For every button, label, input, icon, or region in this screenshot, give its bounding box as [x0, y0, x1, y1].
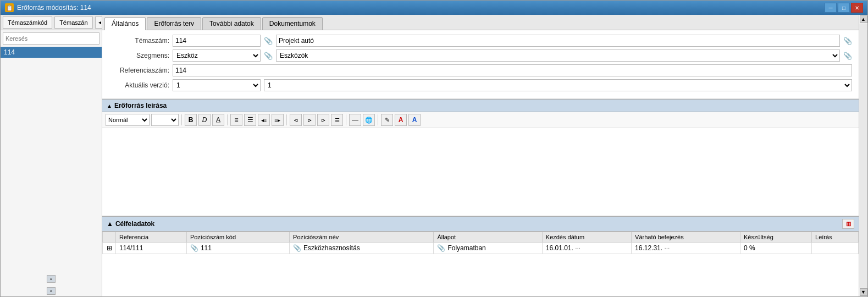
- tab-tovabbi-adatok[interactable]: További adatok: [202, 17, 261, 30]
- scroll-up-button[interactable]: ▲: [860, 15, 867, 23]
- tab-dokumentumok[interactable]: Dokumentumok: [262, 17, 323, 30]
- tab-altalanos[interactable]: Általános: [104, 17, 146, 30]
- col-poz-nev: Pozíciószám név: [290, 232, 434, 243]
- aktualis-verzio-right-select[interactable]: 1: [264, 79, 852, 91]
- erforras-leirasa-title: ▲ Erőforrás leírása: [107, 102, 167, 109]
- szegmens-select[interactable]: Eszköz: [173, 50, 261, 62]
- list-ol-button[interactable]: ☰: [244, 114, 256, 126]
- align-center-button[interactable]: ⊳: [303, 114, 316, 126]
- erforras-leirasa-header[interactable]: ▲ Erőforrás leírása: [102, 99, 859, 112]
- temaszamkod-button[interactable]: Témaszámkód: [3, 16, 52, 29]
- indent-inc-button[interactable]: ≡▸: [272, 114, 284, 126]
- row-kezdes: 16.01.01. ···: [542, 243, 631, 254]
- aktualis-verzio-select[interactable]: 1: [173, 79, 261, 91]
- referenciaszam-input[interactable]: [173, 64, 852, 76]
- bold-button[interactable]: B: [185, 114, 197, 126]
- celfeladatok-add-button[interactable]: ⊞: [842, 219, 854, 229]
- right-scrollbar: ▲ ▼: [859, 15, 867, 296]
- scroll-track: [859, 24, 867, 288]
- col-ref-val: Referencia: [116, 232, 187, 243]
- divider-1: [181, 114, 182, 125]
- referenciaszam-row: Referenciaszám:: [109, 64, 852, 76]
- row-keszultseg: 0 %: [740, 243, 812, 254]
- style-select[interactable]: Normál: [106, 114, 150, 126]
- celfeladatok-header[interactable]: ▲ Célfeladatok ⊞: [102, 216, 859, 232]
- collapse-down-btn[interactable]: »: [47, 287, 56, 295]
- col-leiras: Leírás: [812, 232, 859, 243]
- table-row[interactable]: ⊞ 114/111 📎111 📎Eszközhasznosítás: [103, 243, 859, 254]
- col-kezdes: Kezdés dátum: [542, 232, 631, 243]
- row-poz-nev: 📎Eszközhasznosítás: [290, 243, 434, 254]
- collapse-icon: ▲: [107, 103, 112, 109]
- col-keszultseg: Készültség: [740, 232, 812, 243]
- sidebar: Témaszámkód Témaszán ◂ ▸ 114 « »: [1, 15, 102, 296]
- table-container: Referencia Pozíciószám kód Pozíciószám n…: [102, 232, 859, 296]
- editor-area[interactable]: [102, 128, 859, 216]
- temaszam-attach-icon[interactable]: 📎: [264, 37, 273, 45]
- szegmens-row: Szegmens: Eszköz 📎 Eszközök 📎: [109, 50, 852, 62]
- celfeladatok-title: ▲ Célfeladatok: [107, 220, 154, 228]
- scroll-down-button[interactable]: ▼: [860, 288, 867, 296]
- temaszam-right-attach-icon[interactable]: 📎: [843, 37, 852, 45]
- nav-prev[interactable]: ◂: [95, 16, 103, 29]
- main-content: Témaszámkód Témaszán ◂ ▸ 114 « »: [1, 15, 867, 296]
- align-justify-button[interactable]: ☰: [331, 114, 343, 126]
- right-panel: Általános Erőforrás terv További adatok …: [102, 15, 859, 296]
- col-allapot: Állapot: [434, 232, 542, 243]
- collapse-up-btn[interactable]: «: [47, 275, 56, 283]
- hr-button[interactable]: —: [349, 114, 361, 126]
- tab-erforras-terv[interactable]: Erőforrás terv: [147, 17, 201, 30]
- temaszam-right-input[interactable]: [276, 35, 840, 47]
- table-body: ⊞ 114/111 📎111 📎Eszközhasznosítás: [103, 243, 859, 254]
- szegmens-label: Szegmens:: [109, 52, 169, 59]
- indent-dec-button[interactable]: ◂≡: [258, 114, 270, 126]
- link-button[interactable]: 🌐: [363, 114, 375, 126]
- divider-2: [227, 114, 228, 125]
- col-poz-kod: Pozíciószám kód: [186, 232, 289, 243]
- aktualis-verzio-label: Aktuális verzió:: [109, 81, 169, 89]
- font-color-button[interactable]: A: [395, 114, 407, 126]
- temazan-button[interactable]: Témaszán: [54, 16, 92, 29]
- celfeladatok-toolbar: ⊞: [842, 219, 854, 229]
- temaszam-input[interactable]: [173, 35, 261, 47]
- italic-button[interactable]: D: [198, 114, 211, 126]
- window-title: Erőforrás módosítás: 114: [17, 4, 91, 12]
- celfeladatok-collapse-icon: ▲: [107, 220, 113, 228]
- row-leiras: [812, 243, 859, 254]
- form-section: Témaszám: 📎 📎 Szegmens: Eszköz 📎: [102, 30, 859, 99]
- szegmens-attach-icon[interactable]: 📎: [264, 52, 273, 60]
- row-poz-kod: 📎111: [186, 243, 289, 254]
- sidebar-item-label: 114: [4, 48, 15, 56]
- row-varhato: 16.12.31. ···: [632, 243, 740, 254]
- tab-content: Témaszám: 📎 📎 Szegmens: Eszköz 📎: [102, 30, 859, 296]
- celfeladatok-section: ▲ Célfeladatok ⊞ Referencia: [102, 216, 859, 296]
- sidebar-collapse-buttons: « »: [1, 273, 102, 296]
- sidebar-item-114[interactable]: 114: [1, 47, 102, 58]
- aktualis-verzio-row: Aktuális verzió: 1 1: [109, 79, 852, 91]
- align-right-button[interactable]: ⊳: [317, 114, 329, 126]
- close-button[interactable]: ✕: [851, 3, 863, 13]
- bg-color-button[interactable]: A: [408, 114, 421, 126]
- row-referencia: 114/111: [116, 243, 187, 254]
- divider-5: [378, 114, 378, 125]
- minimize-button[interactable]: ─: [825, 3, 837, 13]
- col-referencia: [103, 232, 116, 243]
- szegmens-right-attach-icon[interactable]: 📎: [843, 52, 852, 60]
- temaszam-label: Témaszám:: [109, 37, 169, 45]
- font-size-select[interactable]: [151, 114, 179, 126]
- title-bar: 📋 Erőforrás módosítás: 114 ─ □ ✕: [1, 1, 867, 15]
- sidebar-list: 114: [1, 47, 102, 273]
- nav-arrows: ◂ ▸: [95, 16, 103, 29]
- highlight-button[interactable]: ✎: [381, 114, 393, 126]
- search-input[interactable]: [3, 32, 99, 45]
- list-ul-button[interactable]: ≡: [230, 114, 242, 126]
- table-header-row: Referencia Pozíciószám kód Pozíciószám n…: [103, 232, 859, 243]
- referenciaszam-label: Referenciaszám:: [109, 67, 169, 74]
- editor-toolbar: Normál B D A ≡ ☰ ◂≡ ≡▸ ⊲ ⊳: [102, 112, 859, 128]
- align-left-button[interactable]: ⊲: [290, 114, 302, 126]
- title-bar-left: 📋 Erőforrás módosítás: 114: [5, 3, 91, 12]
- maximize-button[interactable]: □: [838, 3, 850, 13]
- tabs: Általános Erőforrás terv További adatok …: [102, 15, 859, 30]
- szegmens-right-select[interactable]: Eszközök: [276, 50, 840, 62]
- underline-button[interactable]: A: [212, 114, 224, 126]
